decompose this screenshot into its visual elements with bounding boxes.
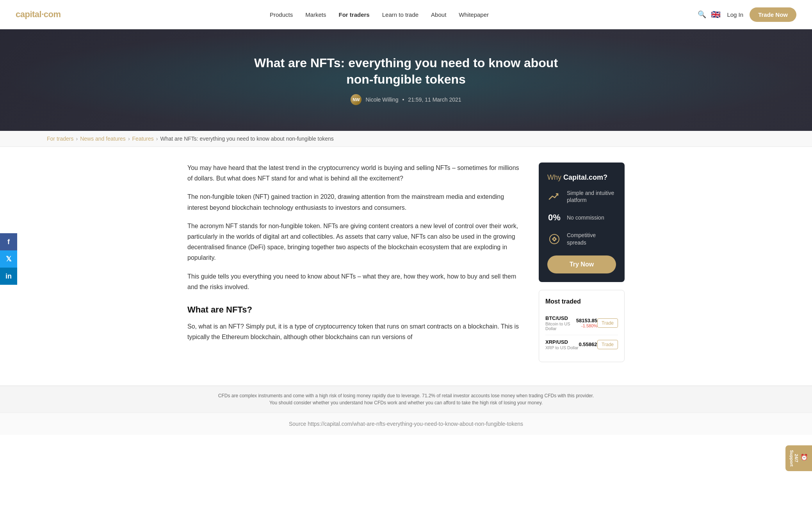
- linkedin-icon: in: [5, 272, 12, 280]
- btc-change: -1.580%: [576, 323, 597, 328]
- xrp-price-col: 0.55862: [579, 341, 597, 347]
- xrp-desc: XRP to US Dollar: [545, 345, 579, 350]
- why-feature-spreads: Competitive spreads: [547, 232, 616, 246]
- trade-row-xrp: XRP/USD XRP to US Dollar 0.55862 Trade: [545, 335, 618, 354]
- breadcrumb-current: What are NFTs: everything you need to kn…: [160, 136, 333, 142]
- article-para-5: So, what is an NFT? Simply put, it is a …: [187, 321, 519, 342]
- svg-point-1: [553, 238, 556, 240]
- cfd-line1: CFDs are complex instruments and come wi…: [16, 392, 796, 399]
- cfd-line2: You should consider whether you understa…: [16, 399, 796, 406]
- most-traded-box: Most traded BTC/USD Bitcoin to US Dollar…: [539, 290, 625, 362]
- main-layout: You may have heard that the latest trend…: [172, 147, 640, 386]
- social-sidebar: f 𝕏 in: [0, 233, 17, 285]
- article-para-4: This guide tells you everything you need…: [187, 271, 519, 292]
- author-name: Nicole Willing: [365, 96, 398, 103]
- why-capital-box: Why Capital.com? Simple and intuitive pl…: [539, 163, 625, 282]
- facebook-share-button[interactable]: f: [0, 233, 17, 250]
- breadcrumb-sep-2: ›: [128, 136, 130, 142]
- commission-icon: 0%: [547, 211, 561, 225]
- author-avatar: NW: [351, 94, 361, 105]
- nav-about[interactable]: About: [431, 11, 446, 18]
- hero-section: What are NFTs: everything you need to kn…: [0, 29, 812, 131]
- why-title: Why Capital.com?: [547, 173, 616, 182]
- article-para-3: The acronym NFT stands for non-fungible …: [187, 221, 519, 263]
- why-feature-commission: 0% No commission: [547, 211, 616, 225]
- article-para-1: You may have heard that the latest trend…: [187, 163, 519, 184]
- why-label: Why: [547, 173, 561, 181]
- why-feature-platform: Simple and intuitive platform: [547, 189, 616, 204]
- nav-learn-to-trade[interactable]: Learn to trade: [382, 11, 418, 18]
- xrp-pair: XRP/USD: [545, 339, 579, 345]
- login-button[interactable]: Log In: [727, 11, 743, 18]
- navbar: capital·com Products Markets For traders…: [0, 0, 812, 29]
- source-text: Source https://capital.com/what-are-nfts…: [289, 421, 523, 427]
- breadcrumb-sep-3: ›: [156, 136, 158, 142]
- spreads-text: Competitive spreads: [567, 232, 616, 246]
- trade-pair-info-btc: BTC/USD Bitcoin to US Dollar: [545, 315, 576, 331]
- nav-icons: 🔍 🇬🇧: [698, 10, 721, 19]
- breadcrumb-features[interactable]: Features: [132, 136, 154, 142]
- nav-whitepaper[interactable]: Whitepaper: [459, 11, 489, 18]
- twitter-icon: 𝕏: [6, 255, 12, 263]
- trade-row-btc: BTC/USD Bitcoin to US Dollar 58153.85 -1…: [545, 311, 618, 335]
- nav-markets[interactable]: Markets: [305, 11, 326, 18]
- linkedin-share-button[interactable]: in: [0, 268, 17, 285]
- nav-products[interactable]: Products: [270, 11, 293, 18]
- right-sidebar: Why Capital.com? Simple and intuitive pl…: [539, 163, 625, 362]
- btc-pair: BTC/USD: [545, 315, 576, 321]
- nav-right: 🔍 🇬🇧 Log In Trade Now: [698, 7, 796, 22]
- search-icon[interactable]: 🔍: [698, 10, 706, 19]
- hero-content: What are NFTs: everything you need to kn…: [250, 55, 562, 105]
- logo-suffix: com: [44, 9, 61, 19]
- source-bar: Source https://capital.com/what-are-nfts…: [0, 413, 812, 435]
- xrp-trade-button[interactable]: Trade: [597, 340, 618, 349]
- breadcrumb-bar: For traders › News and features › Featur…: [0, 131, 812, 147]
- btc-price-col: 58153.85 -1.580%: [576, 318, 597, 328]
- spreads-icon: [547, 232, 561, 246]
- why-brand: Capital.com?: [563, 173, 607, 181]
- btc-desc: Bitcoin to US Dollar: [545, 322, 576, 331]
- language-flag[interactable]: 🇬🇧: [711, 10, 721, 19]
- xrp-price: 0.55862: [579, 341, 597, 347]
- article-heading-1: What are NFTs?: [187, 305, 519, 315]
- breadcrumb: For traders › News and features › Featur…: [47, 136, 765, 142]
- svg-point-0: [550, 234, 559, 244]
- breadcrumb-news-features[interactable]: News and features: [80, 136, 126, 142]
- article: You may have heard that the latest trend…: [187, 163, 519, 362]
- cfd-warning: CFDs are complex instruments and come wi…: [0, 386, 812, 413]
- btc-price: 58153.85: [576, 318, 597, 323]
- most-traded-title: Most traded: [545, 298, 618, 305]
- hero-title: What are NFTs: everything you need to kn…: [250, 55, 562, 88]
- breadcrumb-sep-1: ›: [76, 136, 78, 142]
- platform-text: Simple and intuitive platform: [567, 189, 616, 204]
- commission-text: No commission: [567, 214, 604, 221]
- hero-meta: NW Nicole Willing • 21:59, 11 March 2021: [250, 94, 562, 105]
- facebook-icon: f: [7, 238, 10, 246]
- logo[interactable]: capital·com: [16, 9, 61, 20]
- twitter-share-button[interactable]: 𝕏: [0, 250, 17, 268]
- author-initials: NW: [353, 97, 360, 102]
- meta-separator: •: [402, 96, 404, 103]
- logo-text: capital: [16, 9, 41, 19]
- publish-timestamp: 21:59, 11 March 2021: [408, 96, 461, 103]
- zero-pct-value: 0%: [548, 213, 561, 223]
- trade-now-button[interactable]: Trade Now: [750, 7, 796, 22]
- platform-icon: [547, 189, 561, 204]
- try-now-button[interactable]: Try Now: [547, 255, 616, 273]
- trade-pair-info-xrp: XRP/USD XRP to US Dollar: [545, 339, 579, 350]
- btc-trade-button[interactable]: Trade: [597, 318, 618, 328]
- nav-for-traders[interactable]: For traders: [339, 11, 370, 18]
- article-para-2: The non-fungible token (NFT) gained trac…: [187, 191, 519, 213]
- nav-links: Products Markets For traders Learn to tr…: [270, 11, 489, 18]
- breadcrumb-for-traders[interactable]: For traders: [47, 136, 73, 142]
